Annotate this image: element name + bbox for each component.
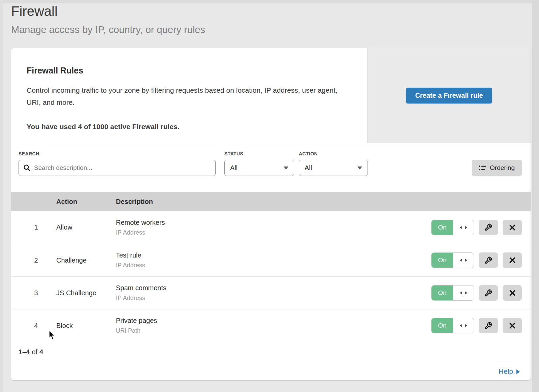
search-label: SEARCH [19, 151, 216, 156]
pagination-total: 4 [39, 348, 43, 356]
rule-description: Private pages [116, 317, 431, 325]
panel-description: Control incoming traffic to your zone by… [27, 84, 347, 109]
firewall-rules-intro-section: Firewall Rules Control incoming traffic … [11, 48, 531, 143]
rule-description-cell: Private pages URI Path [116, 317, 431, 334]
wrench-icon [484, 257, 492, 264]
pagination-range: 1–4 [19, 348, 30, 356]
ordering-button-label: Ordering [490, 164, 515, 172]
action-select[interactable]: All [299, 160, 368, 176]
help-row: Help [11, 362, 531, 380]
rule-enabled-toggle[interactable]: On [431, 252, 474, 268]
firewall-rules-card: Firewall Rules Control incoming traffic … [11, 48, 531, 380]
table-row: 2 Challenge Test rule IP Address On [11, 244, 531, 276]
status-label: STATUS [224, 151, 294, 156]
table-row: 3 JS Challenge Spam comments IP Address … [11, 276, 531, 309]
chevron-right-icon [516, 369, 520, 374]
rule-action: Allow [56, 223, 116, 231]
help-link[interactable]: Help [499, 367, 520, 375]
rule-enabled-toggle[interactable]: On [431, 220, 474, 235]
status-select-value: All [230, 164, 237, 172]
search-icon [23, 164, 31, 172]
close-icon [509, 257, 516, 264]
delete-rule-button[interactable] [503, 285, 522, 301]
page-title: Firewall [11, 3, 205, 19]
create-firewall-rule-button[interactable]: Create a Firewall rule [406, 88, 492, 103]
search-input-wrapper [19, 160, 216, 176]
toggle-on-label: On [432, 220, 453, 235]
chevron-down-icon [284, 167, 288, 170]
action-filter-group: ACTION All [299, 151, 368, 176]
toggle-arrows-icon [453, 285, 474, 300]
rule-match-type: URI Path [116, 327, 431, 334]
wrench-icon [484, 223, 492, 231]
close-icon [509, 224, 516, 231]
rule-description: Test rule [116, 251, 431, 259]
cta-block: Create a Firewall rule [367, 48, 531, 143]
pagination-row: 1–4 of 4 [11, 342, 531, 362]
wrench-icon [484, 289, 492, 297]
rule-action: Challenge [56, 257, 116, 264]
delete-rule-button[interactable] [503, 220, 522, 235]
window-chrome-top-edge [0, 0, 539, 3]
window-chrome-right-edge [532, 0, 539, 392]
search-input[interactable] [19, 160, 216, 176]
delete-rule-button[interactable] [503, 318, 522, 333]
filters-bar: SEARCH STATUS All ACTION All [11, 143, 531, 192]
toggle-arrows-icon [453, 318, 474, 333]
edit-rule-button[interactable] [479, 220, 498, 235]
intro-text-block: Firewall Rules Control incoming traffic … [11, 48, 367, 143]
rule-description-cell: Spam comments IP Address [116, 284, 431, 302]
rules-table-body: 1 Allow Remote workers IP Address On [11, 211, 531, 342]
panel-heading: Firewall Rules [27, 66, 354, 76]
status-select[interactable]: All [224, 160, 294, 176]
rule-priority: 3 [11, 289, 56, 297]
page-subtitle: Manage access by IP, country, or query r… [11, 24, 205, 35]
column-header-description: Description [116, 198, 531, 206]
rule-match-type: IP Address [116, 229, 431, 236]
rule-priority: 1 [11, 223, 56, 231]
help-link-label: Help [499, 367, 513, 375]
action-select-value: All [305, 164, 312, 172]
edit-rule-button[interactable] [479, 285, 498, 301]
rule-priority: 2 [11, 257, 56, 264]
toggle-arrows-icon [453, 220, 474, 235]
rule-description: Spam comments [116, 284, 431, 292]
window-chrome-left-edge [0, 0, 3, 392]
toggle-on-label: On [432, 318, 453, 333]
table-row: 1 Allow Remote workers IP Address On [11, 211, 531, 244]
toggle-on-label: On [432, 253, 453, 268]
rule-match-type: IP Address [116, 295, 431, 302]
rule-controls: On [431, 220, 531, 235]
edit-rule-button[interactable] [479, 318, 498, 333]
column-header-action: Action [56, 198, 116, 206]
toggle-on-label: On [432, 285, 453, 300]
rule-enabled-toggle[interactable]: On [431, 285, 474, 301]
status-filter-group: STATUS All [224, 151, 294, 176]
close-icon [509, 322, 516, 329]
rule-controls: On [431, 252, 531, 268]
close-icon [509, 290, 516, 296]
rules-table-header: Action Description [11, 192, 531, 211]
rule-match-type: IP Address [116, 262, 431, 269]
usage-note: You have used 4 of 1000 active Firewall … [27, 121, 347, 133]
rule-description-cell: Remote workers IP Address [116, 219, 431, 236]
rule-controls: On [431, 318, 531, 333]
rule-description-cell: Test rule IP Address [116, 251, 431, 269]
rule-priority: 4 [11, 322, 56, 330]
rule-action: JS Challenge [56, 289, 116, 297]
toggle-arrows-icon [453, 253, 474, 268]
table-row: 4 Block Private pages URI Path On [11, 309, 531, 342]
ordering-button[interactable]: Ordering [472, 160, 522, 176]
action-label: ACTION [299, 151, 368, 156]
rule-enabled-toggle[interactable]: On [431, 318, 474, 333]
chevron-down-icon [357, 167, 362, 170]
ordering-list-icon [479, 165, 486, 171]
wrench-icon [484, 322, 492, 330]
rule-description: Remote workers [116, 219, 431, 227]
page-header: Firewall Manage access by IP, country, o… [11, 3, 205, 35]
rule-action: Block [56, 322, 116, 330]
rule-controls: On [431, 285, 531, 301]
delete-rule-button[interactable] [503, 252, 522, 268]
edit-rule-button[interactable] [479, 252, 498, 268]
search-group: SEARCH [19, 151, 216, 176]
